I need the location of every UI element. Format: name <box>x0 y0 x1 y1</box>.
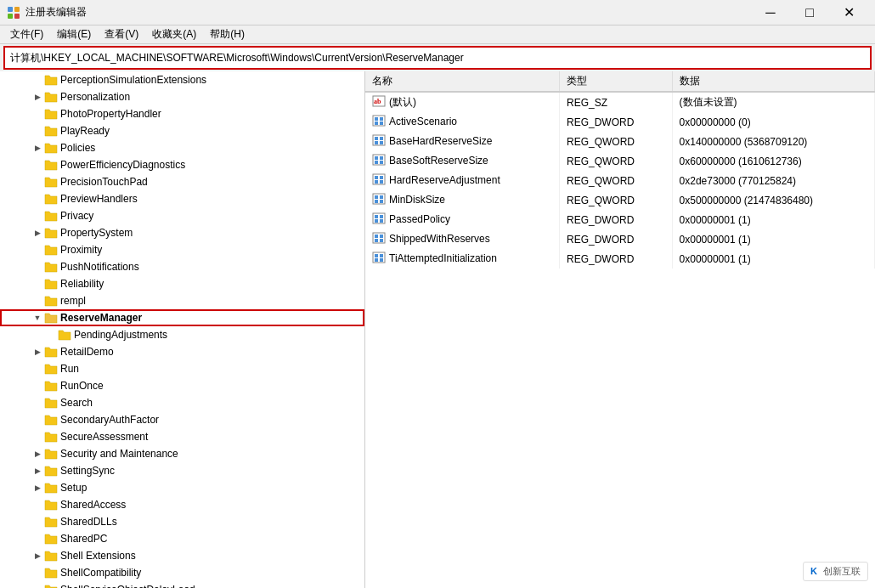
tree-item-propertysystem[interactable]: ▶PropertySystem <box>0 224 364 241</box>
table-row[interactable]: ActiveScenarioREG_DWORD0x00000000 (0) <box>365 112 875 132</box>
minimize-button[interactable]: ─ <box>751 0 790 25</box>
tree-item-sharedpc[interactable]: SharedPC <box>0 530 364 547</box>
expand-icon[interactable]: ▶ <box>31 445 44 462</box>
expand-icon[interactable] <box>31 581 44 588</box>
tree-item-reservemanager[interactable]: ▼ReserveManager <box>0 309 364 326</box>
tree-item-previewhandlers[interactable]: PreviewHandlers <box>0 190 364 207</box>
folder-icon <box>44 260 58 274</box>
expand-icon[interactable]: ▶ <box>31 139 44 156</box>
expand-icon[interactable]: ▶ <box>31 88 44 105</box>
expand-icon[interactable] <box>31 292 44 309</box>
expand-icon[interactable] <box>31 564 44 581</box>
col-type[interactable]: 类型 <box>560 71 673 92</box>
tree-item-pendingadjustments[interactable]: PendingAdjustments <box>0 326 364 343</box>
tree-item-runonce[interactable]: RunOnce <box>0 377 364 394</box>
table-row[interactable]: PassedPolicyREG_DWORD0x00000001 (1) <box>365 210 875 229</box>
tree-item-playready[interactable]: PlayReady <box>0 122 364 139</box>
expand-icon[interactable] <box>31 105 44 122</box>
expand-icon[interactable] <box>31 190 44 207</box>
table-row[interactable]: ShippedWithReservesREG_DWORD0x00000001 (… <box>365 229 875 249</box>
tree-item-label: SharedPC <box>60 533 107 545</box>
tree-item-reliability[interactable]: Reliability <box>0 275 364 292</box>
expand-icon[interactable]: ▶ <box>31 479 44 496</box>
tree-item-shellextensions[interactable]: ▶Shell Extensions <box>0 547 364 564</box>
tree-item-label: rempl <box>60 295 86 307</box>
menu-file[interactable]: 文件(F) <box>3 25 50 43</box>
registry-tree[interactable]: PerceptionSimulationExtensions▶Personali… <box>0 71 365 588</box>
tree-item-proximity[interactable]: Proximity <box>0 241 364 258</box>
tree-item-shellcompatibility[interactable]: ShellCompatibility <box>0 564 364 581</box>
tree-item-pushnotifications[interactable]: PushNotifications <box>0 258 364 275</box>
tree-item-secureassessment[interactable]: SecureAssessment <box>0 428 364 445</box>
tree-item-precisiontouchpad[interactable]: PrecisionTouchPad <box>0 173 364 190</box>
expand-icon[interactable] <box>31 394 44 411</box>
expand-icon[interactable] <box>31 496 44 513</box>
tree-item-shellserviceobjectdelayload[interactable]: ShellServiceObjectDelayLoad <box>0 581 364 588</box>
expand-icon[interactable] <box>31 71 44 88</box>
tree-item-shareddlls[interactable]: SharedDLLs <box>0 513 364 530</box>
tree-item-perceptionsimulationextensions[interactable]: PerceptionSimulationExtensions <box>0 71 364 88</box>
reg-value-name: ShippedWithReserves <box>365 229 560 249</box>
tree-item-policies[interactable]: ▶Policies <box>0 139 364 156</box>
expand-icon[interactable]: ▶ <box>31 547 44 564</box>
svg-rect-17 <box>375 156 378 160</box>
tree-item-settingsync[interactable]: ▶SettingSync <box>0 462 364 479</box>
menu-view[interactable]: 查看(V) <box>98 25 145 43</box>
address-bar[interactable]: 计算机\HKEY_LOCAL_MACHINE\SOFTWARE\Microsof… <box>3 46 872 70</box>
table-row[interactable]: BaseHardReserveSizeREG_QWORD0x140000000 … <box>365 132 875 151</box>
expand-icon[interactable] <box>31 428 44 445</box>
tree-item-privacy[interactable]: Privacy <box>0 207 364 224</box>
table-row[interactable]: TiAttemptedInitializationREG_DWORD0x0000… <box>365 249 875 269</box>
expand-icon[interactable] <box>31 258 44 275</box>
folder-icon <box>44 396 58 410</box>
expand-icon[interactable] <box>31 241 44 258</box>
folder-icon <box>44 175 58 189</box>
expand-icon[interactable] <box>44 326 58 343</box>
expand-icon[interactable]: ▼ <box>31 309 44 326</box>
table-row[interactable]: HardReserveAdjustmentREG_QWORD0x2de73000… <box>365 171 875 190</box>
reg-value-name: ActiveScenario <box>365 112 560 132</box>
expand-icon[interactable] <box>31 122 44 139</box>
expand-icon[interactable] <box>31 513 44 530</box>
reg-value-type: REG_DWORD <box>560 112 673 132</box>
menu-edit[interactable]: 编辑(E) <box>50 25 98 43</box>
svg-rect-27 <box>375 195 378 199</box>
tree-item-secondaryauthfactor[interactable]: SecondaryAuthFactor <box>0 411 364 428</box>
tree-item-rempl[interactable]: rempl <box>0 292 364 309</box>
menu-help[interactable]: 帮助(H) <box>203 25 251 43</box>
menu-favorites[interactable]: 收藏夹(A) <box>145 25 203 43</box>
expand-icon[interactable] <box>31 173 44 190</box>
reg-icon <box>372 153 386 169</box>
tree-item-photopropertyhandler[interactable]: PhotoPropertyHandler <box>0 105 364 122</box>
expand-icon[interactable] <box>31 377 44 394</box>
col-data[interactable]: 数据 <box>672 71 874 92</box>
expand-icon[interactable]: ▶ <box>31 462 44 479</box>
expand-icon[interactable]: ▶ <box>31 224 44 241</box>
col-name[interactable]: 名称 <box>365 71 560 92</box>
expand-icon[interactable] <box>31 275 44 292</box>
table-row[interactable]: BaseSoftReserveSizeREG_QWORD0x60000000 (… <box>365 151 875 171</box>
close-button[interactable]: ✕ <box>829 0 868 25</box>
tree-item-retaildemo[interactable]: ▶RetailDemo <box>0 343 364 360</box>
table-row[interactable]: MinDiskSizeREG_QWORD0x500000000 (2147483… <box>365 190 875 210</box>
reg-value-type: REG_SZ <box>560 92 673 112</box>
expand-icon[interactable] <box>31 156 44 173</box>
tree-item-label: Reliability <box>60 278 104 290</box>
table-row[interactable]: ab(默认)REG_SZ(数值未设置) <box>365 92 875 112</box>
expand-icon[interactable]: ▶ <box>31 343 44 360</box>
tree-item-sharedaccess[interactable]: SharedAccess <box>0 496 364 513</box>
folder-icon <box>44 294 58 308</box>
tree-item-powerefficiencydiagnostics[interactable]: PowerEfficiencyDiagnostics <box>0 156 364 173</box>
svg-rect-0 <box>8 7 13 12</box>
maximize-button[interactable]: □ <box>790 0 829 25</box>
tree-item-setup[interactable]: ▶Setup <box>0 479 364 496</box>
svg-rect-22 <box>375 176 378 179</box>
expand-icon[interactable] <box>31 207 44 224</box>
tree-item-run[interactable]: Run <box>0 360 364 377</box>
tree-item-search[interactable]: Search <box>0 394 364 411</box>
expand-icon[interactable] <box>31 411 44 428</box>
expand-icon[interactable] <box>31 530 44 547</box>
tree-item-personalization[interactable]: ▶Personalization <box>0 88 364 105</box>
expand-icon[interactable] <box>31 360 44 377</box>
tree-item-securityandmaintenance[interactable]: ▶Security and Maintenance <box>0 445 364 462</box>
